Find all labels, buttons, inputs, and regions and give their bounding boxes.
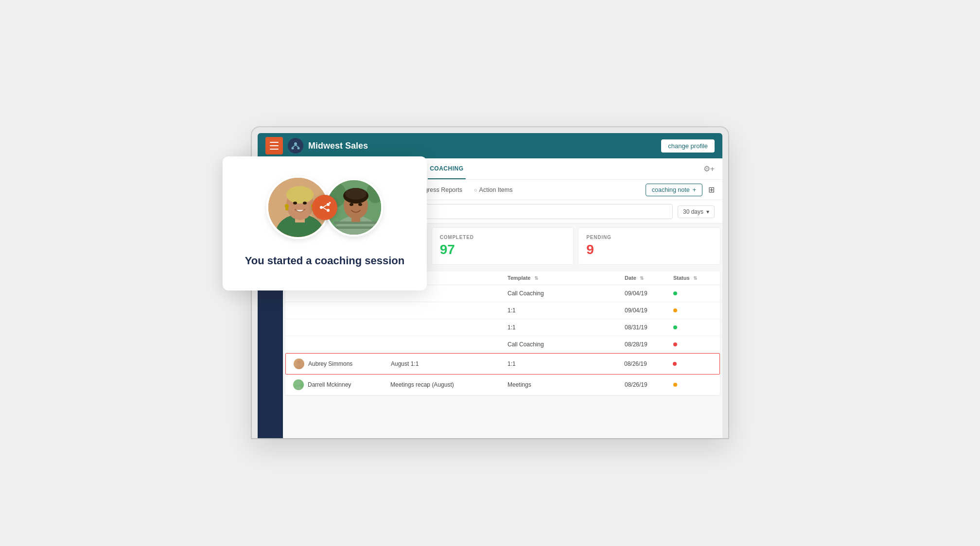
plus-icon: +: [693, 187, 696, 193]
add-coaching-note-button[interactable]: coaching note +: [646, 184, 702, 196]
status-dot-green: [673, 325, 677, 329]
svg-point-17: [285, 207, 288, 210]
svg-point-7: [297, 360, 301, 364]
top-bar: Midwest Sales change profile: [258, 133, 722, 158]
svg-point-1: [292, 147, 294, 150]
svg-point-21: [303, 202, 307, 205]
status-dot-green: [673, 291, 677, 295]
tab-action-items[interactable]: ○ Action Items: [469, 185, 517, 195]
filter-columns-icon[interactable]: ⊞: [708, 185, 715, 194]
user-cell: Darrell Mckinney: [293, 379, 390, 390]
svg-point-22: [320, 206, 323, 209]
svg-point-9: [297, 381, 300, 385]
sort-template-icon[interactable]: ⇅: [534, 275, 538, 281]
table-row[interactable]: Darrell Mckinney Meetings recap (August)…: [285, 375, 720, 395]
svg-point-16: [285, 204, 289, 208]
svg-line-4: [296, 145, 298, 147]
user-cell: Aubrey Simmons: [294, 358, 391, 369]
status-dot-red: [673, 342, 677, 346]
change-profile-button[interactable]: change profile: [661, 139, 715, 153]
svg-point-24: [327, 209, 330, 212]
coaching-session-card: You started a coaching session: [223, 156, 427, 290]
action-items-icon: ○: [474, 187, 477, 193]
hamburger-line-1: [270, 142, 279, 143]
avatars-row: [242, 176, 407, 239]
stat-completed: COMPLETED 97: [432, 227, 574, 265]
svg-point-15: [286, 186, 314, 204]
table-row[interactable]: 1:1 09/04/19: [285, 302, 720, 319]
table-row[interactable]: 1:1 08/31/19: [285, 319, 720, 336]
days-filter-dropdown[interactable]: 30 days ▾: [678, 205, 715, 218]
svg-point-38: [345, 188, 367, 200]
org-icon: [288, 138, 303, 154]
user-avatar: [294, 358, 304, 369]
coaching-session-title: You started a coaching session: [242, 255, 407, 267]
coaching-badge: [312, 195, 337, 220]
chevron-down-icon: ▾: [706, 208, 709, 215]
svg-point-0: [294, 142, 297, 145]
svg-line-26: [323, 207, 327, 210]
hamburger-line-2: [270, 145, 279, 146]
nav-coaching[interactable]: COACHING: [428, 158, 465, 179]
svg-point-8: [296, 365, 302, 369]
hamburger-line-3: [270, 149, 279, 150]
svg-point-2: [298, 147, 300, 150]
svg-point-20: [293, 202, 297, 205]
svg-line-25: [323, 205, 327, 207]
svg-line-3: [293, 145, 296, 147]
svg-point-40: [358, 203, 362, 206]
status-dot-orange: [673, 383, 677, 387]
svg-point-39: [350, 203, 353, 206]
svg-point-10: [296, 386, 301, 390]
settings-icon[interactable]: ⚙+: [703, 164, 715, 173]
org-title: Midwest Sales: [308, 141, 661, 151]
status-dot-orange: [673, 308, 677, 312]
sort-date-icon[interactable]: ⇅: [640, 275, 644, 281]
table-row[interactable]: Call Coaching 08/28/19: [285, 336, 720, 353]
stat-pending: PENDING 9: [578, 227, 720, 265]
sort-status-icon[interactable]: ⇅: [693, 275, 697, 281]
user-avatar: [293, 379, 304, 390]
hamburger-button[interactable]: [265, 137, 283, 154]
status-dot-red: [673, 362, 677, 366]
table-row-highlighted[interactable]: Aubrey Simmons August 1:1 1:1 08/26/19: [285, 353, 720, 375]
svg-rect-34: [334, 226, 378, 229]
